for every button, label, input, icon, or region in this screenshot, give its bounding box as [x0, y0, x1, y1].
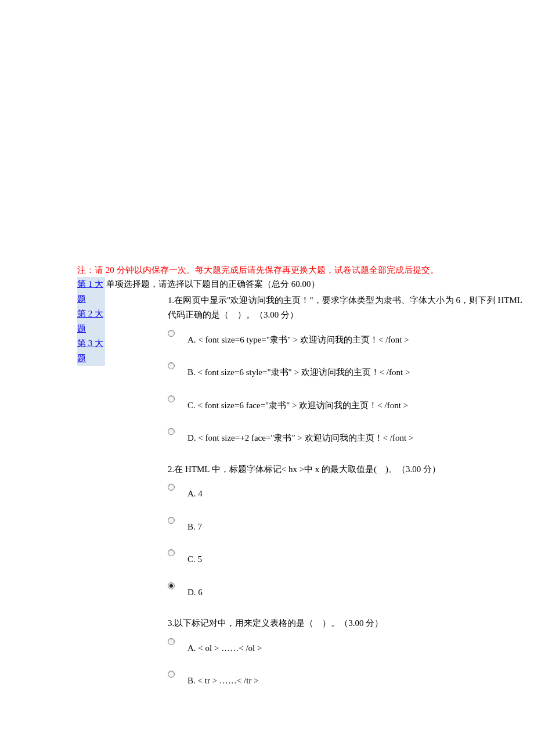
option-text: C. 5 [175, 548, 202, 566]
radio-icon[interactable] [168, 517, 175, 524]
option-row[interactable]: B. < font size=6 style="隶书" > 欢迎访问我的主页！<… [168, 361, 522, 379]
option-row[interactable]: C. 5 [168, 548, 522, 566]
radio-icon[interactable] [168, 395, 175, 402]
option-text: A. 4 [175, 483, 203, 501]
question-stem: 3.以下标记对中，用来定义表格的是（ ）。（3.00 分） [168, 616, 522, 631]
radio-icon[interactable] [168, 362, 175, 369]
section-nav: 第 1 大题 第 2 大题 第 3 大题 [77, 277, 105, 366]
option-row[interactable]: C. < font size=6 face="隶书" > 欢迎访问我的主页！< … [168, 394, 522, 412]
question-2: 2.在 HTML 中，标题字体标记< hx >中 x 的最大取值是( )。（3.… [168, 462, 522, 599]
nav-link-section-1[interactable]: 第 1 大题 [77, 279, 103, 304]
option-row[interactable]: A. 4 [168, 483, 522, 501]
question-1: 1.在网页中显示"欢迎访问我的主页！"，要求字体类型为隶书、字体大小为 6，则下… [168, 293, 522, 445]
radio-icon[interactable] [168, 330, 175, 337]
radio-icon[interactable] [168, 638, 175, 645]
nav-link-section-2[interactable]: 第 2 大题 [77, 309, 103, 333]
radio-icon[interactable] [168, 582, 175, 589]
radio-icon[interactable] [168, 671, 175, 678]
option-row[interactable]: D. 6 [168, 581, 522, 599]
radio-icon[interactable] [168, 549, 175, 556]
option-text: D. < font size=+2 face="隶书" > 欢迎访问我的主页！<… [175, 427, 413, 445]
option-text: B. 7 [175, 516, 202, 534]
option-row[interactable]: B. < tr > ……< /tr > [168, 669, 522, 687]
option-text: C. < font size=6 face="隶书" > 欢迎访问我的主页！< … [175, 394, 408, 412]
save-notice: 注：请 20 分钟以内保存一次。每大题完成后请先保存再更换大题，试卷试题全部完成… [77, 263, 534, 277]
option-text: D. 6 [175, 581, 203, 599]
section-header: 单项选择题，请选择以下题目的正确答案（总分 60.00） [106, 277, 534, 292]
radio-icon[interactable] [168, 428, 175, 435]
option-text: B. < font size=6 style="隶书" > 欢迎访问我的主页！<… [175, 361, 410, 379]
option-row[interactable]: A. < ol > ……< /ol > [168, 637, 522, 655]
radio-icon[interactable] [168, 484, 175, 491]
question-3: 3.以下标记对中，用来定义表格的是（ ）。（3.00 分） A. < ol > … [168, 616, 522, 687]
option-row[interactable]: D. < font size=+2 face="隶书" > 欢迎访问我的主页！<… [168, 427, 522, 445]
option-text: B. < tr > ……< /tr > [175, 669, 259, 687]
question-stem: 2.在 HTML 中，标题字体标记< hx >中 x 的最大取值是( )。（3.… [168, 462, 522, 477]
option-row[interactable]: A. < font size=6 type="隶书" > 欢迎访问我的主页！< … [168, 329, 522, 347]
option-text: A. < ol > ……< /ol > [175, 637, 262, 655]
option-text: A. < font size=6 type="隶书" > 欢迎访问我的主页！< … [175, 329, 409, 347]
questions-area: 1.在网页中显示"欢迎访问我的主页！"，要求字体类型为隶书、字体大小为 6，则下… [106, 293, 534, 687]
question-stem: 1.在网页中显示"欢迎访问我的主页！"，要求字体类型为隶书、字体大小为 6，则下… [168, 293, 522, 323]
nav-link-section-3[interactable]: 第 3 大题 [77, 339, 103, 363]
option-row[interactable]: B. 7 [168, 516, 522, 534]
